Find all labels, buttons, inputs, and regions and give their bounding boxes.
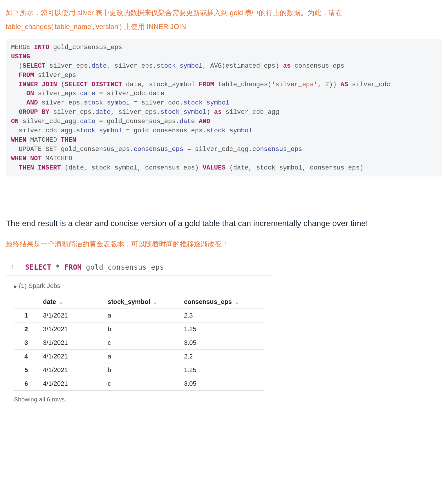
code-line: AND silver_eps.stock_symbol = silver_cdc… bbox=[11, 99, 230, 107]
table-row: 44/1/2021a2.2 bbox=[14, 350, 264, 363]
cell-date: 4/1/2021 bbox=[38, 350, 103, 363]
cell-consensus-eps: 1.25 bbox=[179, 363, 264, 377]
cell-stock-symbol: c bbox=[103, 336, 179, 350]
row-index: 1 bbox=[14, 309, 38, 322]
cell-date: 4/1/2021 bbox=[38, 363, 103, 377]
table-row: 13/1/2021a2.3 bbox=[14, 309, 264, 322]
cell-stock-symbol: b bbox=[103, 363, 179, 377]
table-header-date[interactable]: date▲ bbox=[38, 295, 103, 309]
code-line: silver_cdc_agg.stock_symbol = gold_conse… bbox=[11, 127, 252, 134]
cell-consensus-eps: 1.25 bbox=[179, 322, 264, 336]
caret-right-icon: ▶ bbox=[14, 284, 17, 289]
result-table: date▲ stock_symbol▲ consensus_eps▲ 13/1/… bbox=[14, 295, 264, 391]
cell-date: 3/1/2021 bbox=[38, 336, 103, 350]
rows-note: Showing all 6 rows. bbox=[14, 396, 442, 403]
table-header-row: date▲ stock_symbol▲ consensus_eps▲ bbox=[14, 295, 264, 309]
table-row: 54/1/2021b1.25 bbox=[14, 363, 264, 377]
sort-icon: ▲ bbox=[153, 300, 157, 305]
table-header-index[interactable] bbox=[14, 295, 38, 309]
result-english: The end result is a clear and concise ve… bbox=[6, 217, 442, 230]
cell-date: 3/1/2021 bbox=[38, 309, 103, 322]
result-chinese: 最终结果是一个清晰简洁的黄金表版本，可以随着时间的推移逐渐改变！ bbox=[6, 237, 442, 251]
code-line: ON silver_eps.date = silver_cdc.date bbox=[11, 90, 164, 97]
row-index: 6 bbox=[14, 377, 38, 391]
sort-icon: ▲ bbox=[235, 300, 239, 305]
code-line: USING bbox=[11, 53, 30, 60]
notebook-cell: 1 SELECT * FROM gold_consensus_eps bbox=[6, 259, 273, 276]
cell-consensus-eps: 3.05 bbox=[179, 377, 264, 391]
cell-consensus-eps: 2.3 bbox=[179, 309, 264, 322]
code-line: UPDATE SET gold_consensus_eps.consensus_… bbox=[11, 146, 302, 153]
code-line: GROUP BY silver_eps.date, silver_eps.sto… bbox=[11, 109, 279, 116]
cell-consensus-eps: 3.05 bbox=[179, 336, 264, 350]
row-index: 4 bbox=[14, 350, 38, 363]
cell-number: 1 bbox=[6, 260, 20, 275]
code-line: WHEN NOT MATCHED bbox=[11, 155, 72, 162]
spark-jobs-toggle[interactable]: ▶(1) Spark Jobs bbox=[14, 282, 442, 290]
sort-icon: ▲ bbox=[59, 300, 63, 305]
intro-chinese: 如下所示，您可以使用 silver 表中更改的数据来仅聚合需要更新或插入到 go… bbox=[6, 6, 442, 34]
code-line: ON silver_cdc_agg.date = gold_consensus_… bbox=[11, 118, 210, 125]
code-line: THEN INSERT (date, stock_symbol, consens… bbox=[11, 164, 364, 172]
cell-date: 3/1/2021 bbox=[38, 322, 103, 336]
code-line: INNER JOIN (SELECT DISTINCT date, stock_… bbox=[11, 81, 390, 88]
sql-code-block: MERGE INTO gold_consensus_eps USING (SEL… bbox=[6, 39, 442, 176]
table-row: 64/1/2021c3.05 bbox=[14, 377, 264, 391]
code-line: FROM silver_eps bbox=[11, 72, 76, 79]
cell-stock-symbol: c bbox=[103, 377, 179, 391]
code-line: WHEN MATCHED THEN bbox=[11, 136, 76, 144]
cell-stock-symbol: a bbox=[103, 350, 179, 363]
cell-stock-symbol: b bbox=[103, 322, 179, 336]
cell-consensus-eps: 2.2 bbox=[179, 350, 264, 363]
row-index: 2 bbox=[14, 322, 38, 336]
table-row: 23/1/2021b1.25 bbox=[14, 322, 264, 336]
row-index: 3 bbox=[14, 336, 38, 350]
code-line: (SELECT silver_eps.date, silver_eps.stoc… bbox=[11, 62, 344, 70]
table-row: 33/1/2021c3.05 bbox=[14, 336, 264, 350]
code-line: MERGE INTO gold_consensus_eps bbox=[11, 44, 122, 51]
cell-date: 4/1/2021 bbox=[38, 377, 103, 391]
notebook-result: 1 SELECT * FROM gold_consensus_eps ▶(1) … bbox=[6, 259, 442, 403]
table-header-stock-symbol[interactable]: stock_symbol▲ bbox=[103, 295, 179, 309]
cell-stock-symbol: a bbox=[103, 309, 179, 322]
row-index: 5 bbox=[14, 363, 38, 377]
cell-code: SELECT * FROM gold_consensus_eps bbox=[20, 259, 169, 275]
table-header-consensus-eps[interactable]: consensus_eps▲ bbox=[179, 295, 264, 309]
